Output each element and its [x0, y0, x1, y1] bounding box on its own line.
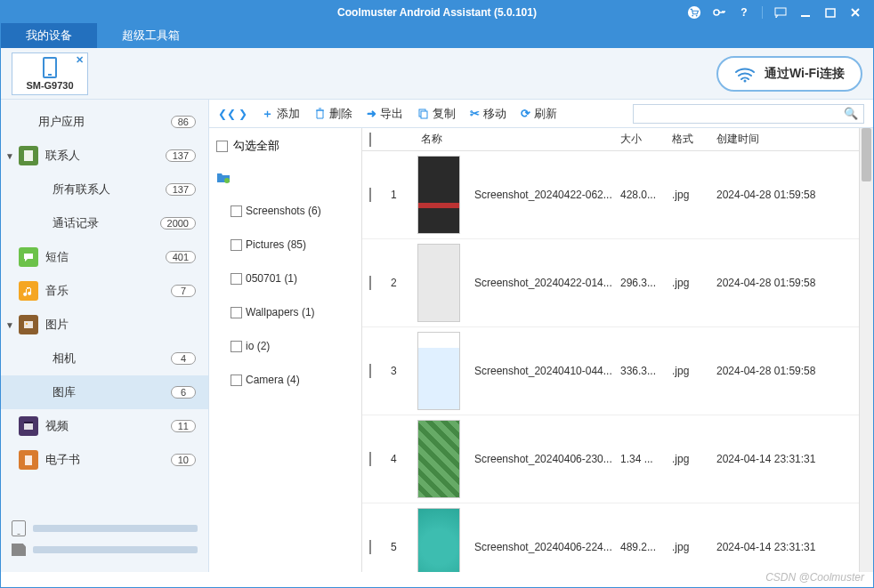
device-close-icon[interactable]: ✕ — [76, 54, 84, 66]
sidebar-item-sms[interactable]: ▼ 短信 401 — [1, 240, 208, 274]
svg-point-10 — [26, 323, 28, 325]
phone-storage-icon — [12, 520, 26, 536]
svg-point-0 — [688, 5, 700, 18]
file-time: 2024-04-28 01:59:58 — [716, 189, 850, 201]
file-size: 1.34 ... — [620, 453, 672, 465]
key-icon[interactable] — [712, 5, 726, 20]
maximize-icon[interactable] — [823, 5, 838, 20]
close-icon[interactable] — [848, 5, 862, 20]
device-name: SM-G9730 — [26, 80, 73, 91]
export-button[interactable]: ➜导出 — [367, 106, 403, 122]
device-tab[interactable]: ✕ SM-G9730 — [12, 52, 88, 95]
move-button[interactable]: ✂移动 — [470, 106, 506, 122]
video-icon — [19, 416, 38, 436]
sidebar-item-gallery[interactable]: 图库 6 — [1, 375, 208, 409]
select-all-checkbox[interactable] — [369, 133, 371, 147]
table-row[interactable]: 5Screenshot_20240406-224...489.2....jpg2… — [362, 503, 859, 572]
tab-my-device[interactable]: 我的设备 — [1, 23, 97, 48]
folder-item[interactable]: 050701 (1) — [209, 262, 361, 295]
trash-icon — [314, 108, 326, 119]
thumbnail[interactable] — [417, 244, 460, 322]
search-input[interactable]: 🔍 — [633, 104, 864, 124]
col-name[interactable]: 名称 — [417, 132, 620, 147]
sidebar-item-camera[interactable]: 相机 4 — [1, 342, 208, 375]
tab-super-toolbox[interactable]: 超级工具箱 — [97, 23, 205, 48]
checkbox[interactable] — [231, 307, 242, 318]
checkbox[interactable] — [231, 375, 242, 386]
sidebar-item-contacts[interactable]: ▼ 联系人 137 — [1, 139, 208, 173]
row-index: 5 — [391, 541, 417, 553]
checkbox[interactable] — [369, 188, 371, 202]
copy-button[interactable]: 复制 — [417, 106, 456, 122]
svg-rect-4 — [775, 8, 786, 15]
file-format: .jpg — [672, 541, 716, 553]
table-row[interactable]: 1Screenshot_20240422-062...428.0....jpg2… — [362, 151, 859, 239]
add-button[interactable]: ＋添加 — [262, 106, 300, 122]
sidebar: 用户应用 86 ▼ 联系人 137 所有联系人 137 通话记录 2000 ▼ … — [1, 100, 209, 572]
thumbnail[interactable] — [417, 508, 460, 572]
checkbox[interactable] — [369, 452, 371, 466]
feedback-icon[interactable] — [773, 5, 788, 20]
folder-item[interactable]: Pictures (85) — [209, 228, 361, 262]
nav-back-forward[interactable]: ❮❮ ❯ — [218, 108, 247, 120]
folder-item[interactable]: Camera (4) — [209, 363, 361, 397]
checkbox[interactable] — [231, 341, 242, 352]
thumbnail[interactable] — [417, 420, 460, 498]
svg-rect-15 — [421, 111, 427, 118]
checkbox[interactable] — [231, 273, 242, 285]
search-icon: 🔍 — [844, 107, 858, 120]
sidebar-item-all-contacts[interactable]: 所有联系人 137 — [1, 173, 208, 206]
col-time[interactable]: 创建时间 — [716, 132, 850, 147]
folder-item[interactable]: Wallpapers (1) — [209, 295, 361, 329]
checkbox[interactable] — [231, 205, 242, 217]
table-row[interactable]: 4Screenshot_20240406-230...1.34 ....jpg2… — [362, 415, 859, 503]
checkbox[interactable] — [216, 141, 228, 152]
svg-point-7 — [743, 79, 746, 82]
checkbox[interactable] — [369, 276, 371, 290]
sidebar-item-apps[interactable]: 用户应用 86 — [1, 105, 208, 139]
sidebar-item-ebook[interactable]: ▼ 电子书 10 — [1, 443, 208, 477]
file-size: 296.3... — [620, 277, 672, 289]
music-icon — [19, 281, 38, 301]
col-size[interactable]: 大小 — [620, 132, 672, 147]
scrollbar[interactable] — [859, 128, 873, 572]
sd-storage[interactable] — [12, 544, 198, 556]
minimize-icon[interactable] — [798, 5, 813, 20]
row-index: 2 — [391, 277, 417, 289]
sidebar-item-call-log[interactable]: 通话记录 2000 — [1, 206, 208, 240]
col-format[interactable]: 格式 — [672, 132, 716, 147]
checkbox[interactable] — [369, 540, 371, 554]
help-icon[interactable]: ? — [737, 5, 751, 20]
file-name: Screenshot_20240406-230... — [471, 453, 620, 465]
thumbnail[interactable] — [417, 156, 460, 234]
select-all-row[interactable]: 勾选全部 — [209, 132, 361, 160]
checkbox[interactable] — [231, 239, 242, 251]
folder-item[interactable]: Screenshots (6) — [209, 194, 361, 228]
thumbnail[interactable] — [417, 332, 460, 410]
sidebar-item-video[interactable]: ▼ 视频 11 — [1, 409, 208, 443]
row-index: 3 — [391, 365, 417, 377]
sidebar-item-photos[interactable]: ▼ 图片 — [1, 308, 208, 342]
svg-rect-11 — [24, 423, 33, 430]
svg-rect-12 — [24, 422, 33, 423]
delete-button[interactable]: 删除 — [314, 106, 352, 122]
internal-storage[interactable] — [12, 520, 198, 536]
folder-root[interactable] — [209, 160, 361, 194]
cart-icon[interactable] — [687, 5, 701, 20]
table-row[interactable]: 3Screenshot_20240410-044...336.3....jpg2… — [362, 327, 859, 415]
refresh-button[interactable]: ⟳刷新 — [521, 106, 557, 122]
folder-item[interactable]: io (2) — [209, 329, 361, 363]
row-index: 1 — [391, 189, 417, 201]
folder-icon — [216, 171, 231, 183]
file-time: 2024-04-14 23:31:31 — [716, 453, 850, 465]
caret-down-icon: ▼ — [1, 151, 19, 161]
sd-card-icon — [12, 544, 26, 556]
wifi-connect-button[interactable]: 通过Wi-Fi连接 — [716, 56, 862, 92]
watermark: CSDN @Coolmuster — [765, 571, 864, 584]
caret-down-icon: ▼ — [1, 320, 19, 330]
checkbox[interactable] — [369, 364, 371, 378]
ebook-icon — [19, 450, 38, 470]
sidebar-item-music[interactable]: ▼ 音乐 7 — [1, 274, 208, 308]
file-size: 336.3... — [620, 365, 672, 377]
table-row[interactable]: 2Screenshot_20240422-014...296.3....jpg2… — [362, 239, 859, 327]
